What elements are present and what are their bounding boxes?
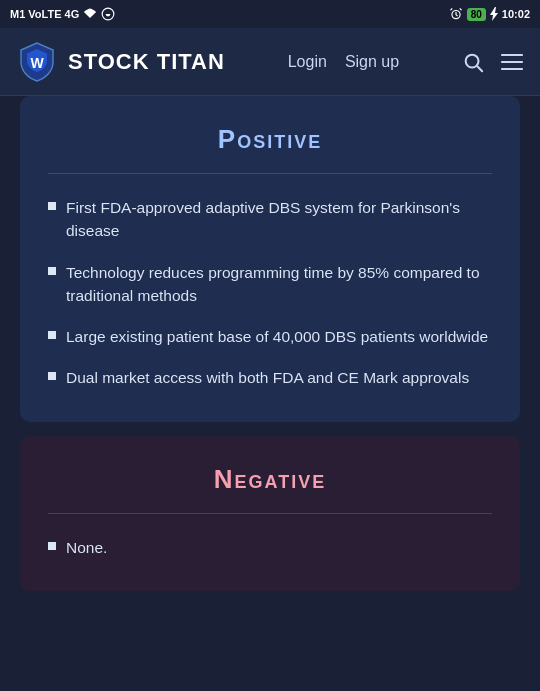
positive-divider	[48, 173, 492, 174]
bullet-text: Dual market access with both FDA and CE …	[66, 366, 469, 389]
list-item: None.	[48, 536, 492, 559]
svg-line-4	[478, 66, 483, 71]
bullet-text: First FDA-approved adaptive DBS system f…	[66, 196, 492, 243]
search-icon	[462, 51, 484, 73]
list-item: Dual market access with both FDA and CE …	[48, 366, 492, 389]
whatsapp-icon	[101, 7, 115, 21]
bullet-text: Large existing patient base of 40,000 DB…	[66, 325, 488, 348]
bullet-text: Technology reduces programming time by 8…	[66, 261, 492, 308]
clock-time: 10:02	[502, 8, 530, 20]
navbar: W STOCK TITAN Login Sign up	[0, 28, 540, 96]
bullet-icon	[48, 542, 56, 550]
logo-area: W STOCK TITAN	[16, 41, 225, 83]
logo-icon: W	[16, 41, 58, 83]
logo-text: STOCK TITAN	[68, 49, 225, 75]
main-content: Positive First FDA-approved adaptive DBS…	[0, 96, 540, 611]
bullet-icon	[48, 331, 56, 339]
bullet-icon	[48, 267, 56, 275]
negative-bullet-list: None.	[48, 536, 492, 559]
status-right: 80 10:02	[449, 7, 530, 21]
search-button[interactable]	[462, 51, 484, 73]
carrier-text: M1 VoLTE 4G	[10, 8, 79, 20]
positive-card: Positive First FDA-approved adaptive DBS…	[20, 96, 520, 422]
negative-title: Negative	[48, 464, 492, 495]
list-item: Technology reduces programming time by 8…	[48, 261, 492, 308]
menu-button[interactable]	[500, 51, 524, 73]
negative-divider	[48, 513, 492, 514]
hamburger-icon	[500, 51, 524, 73]
nav-links: Login Sign up	[288, 53, 399, 71]
bullet-icon	[48, 202, 56, 210]
negative-card: Negative None.	[20, 436, 520, 591]
positive-title: Positive	[48, 124, 492, 155]
battery-level: 80	[467, 8, 486, 21]
nav-icons	[462, 51, 524, 73]
list-item: First FDA-approved adaptive DBS system f…	[48, 196, 492, 243]
list-item: Large existing patient base of 40,000 DB…	[48, 325, 492, 348]
login-link[interactable]: Login	[288, 53, 327, 71]
bullet-text: None.	[66, 536, 107, 559]
charging-icon	[490, 7, 498, 21]
status-bar: M1 VoLTE 4G 80 10:02	[0, 0, 540, 28]
wifi-icon	[83, 7, 97, 21]
bullet-icon	[48, 372, 56, 380]
svg-text:W: W	[30, 55, 44, 71]
positive-bullet-list: First FDA-approved adaptive DBS system f…	[48, 196, 492, 390]
alarm-icon	[449, 7, 463, 21]
status-left: M1 VoLTE 4G	[10, 7, 115, 21]
svg-point-3	[466, 54, 479, 67]
signup-link[interactable]: Sign up	[345, 53, 399, 71]
